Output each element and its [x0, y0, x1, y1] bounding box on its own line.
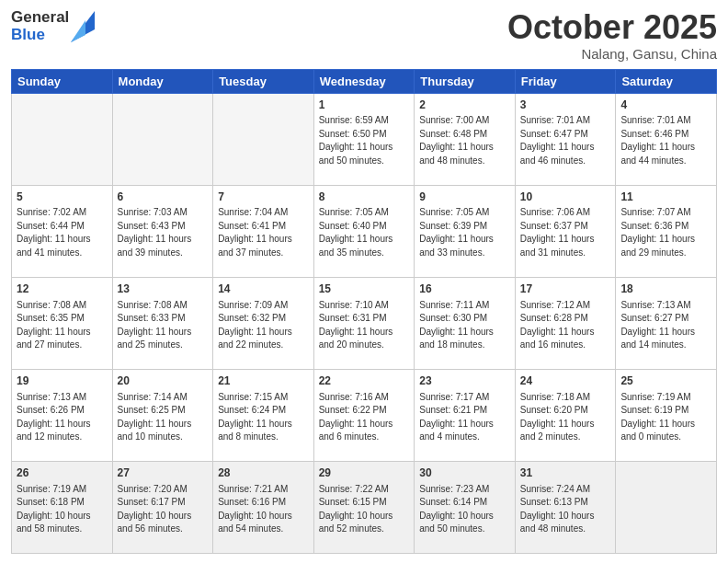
logo-icon: [71, 11, 95, 42]
calendar-cell: 11Sunrise: 7:07 AMSunset: 6:36 PMDayligh…: [616, 185, 717, 277]
header: General Blue October 2025 Nalang, Gansu,…: [11, 9, 717, 62]
cell-details: Sunrise: 7:03 AMSunset: 6:43 PMDaylight:…: [118, 206, 209, 259]
calendar-cell: 17Sunrise: 7:12 AMSunset: 6:28 PMDayligh…: [515, 277, 616, 369]
cell-details: Sunrise: 7:10 AMSunset: 6:31 PMDaylight:…: [319, 299, 410, 352]
calendar-cell: 29Sunrise: 7:22 AMSunset: 6:15 PMDayligh…: [313, 461, 415, 553]
day-number: 6: [118, 190, 209, 205]
day-number: 2: [419, 98, 510, 113]
cell-details: Sunrise: 7:13 AMSunset: 6:27 PMDaylight:…: [620, 299, 711, 352]
cell-details: Sunrise: 7:09 AMSunset: 6:32 PMDaylight:…: [218, 299, 309, 352]
calendar-cell: 10Sunrise: 7:06 AMSunset: 6:37 PMDayligh…: [515, 185, 616, 277]
logo-general: General: [11, 9, 69, 27]
calendar-cell: 30Sunrise: 7:23 AMSunset: 6:14 PMDayligh…: [415, 461, 516, 553]
calendar-cell: 8Sunrise: 7:05 AMSunset: 6:40 PMDaylight…: [313, 185, 415, 277]
calendar-cell: 4Sunrise: 7:01 AMSunset: 6:46 PMDaylight…: [616, 93, 717, 185]
calendar-cell: 22Sunrise: 7:16 AMSunset: 6:22 PMDayligh…: [313, 369, 415, 461]
day-number: 4: [620, 98, 711, 113]
weekday-header-wednesday: Wednesday: [313, 69, 415, 93]
calendar-cell: 9Sunrise: 7:05 AMSunset: 6:39 PMDaylight…: [415, 185, 516, 277]
calendar-cell: 24Sunrise: 7:18 AMSunset: 6:20 PMDayligh…: [515, 369, 616, 461]
day-number: 15: [319, 282, 410, 297]
day-number: 8: [319, 190, 410, 205]
day-number: 26: [17, 465, 108, 481]
calendar-cell: 21Sunrise: 7:15 AMSunset: 6:24 PMDayligh…: [213, 369, 314, 461]
day-number: 27: [118, 465, 209, 481]
location: Nalang, Gansu, China: [507, 46, 717, 62]
cell-details: Sunrise: 7:24 AMSunset: 6:13 PMDaylight:…: [520, 483, 611, 536]
day-number: 17: [520, 282, 611, 297]
logo-blue: Blue: [11, 27, 69, 44]
week-row-2: 5Sunrise: 7:02 AMSunset: 6:44 PMDaylight…: [12, 185, 717, 277]
cell-details: Sunrise: 7:04 AMSunset: 6:41 PMDaylight:…: [218, 206, 309, 259]
cell-details: Sunrise: 7:05 AMSunset: 6:39 PMDaylight:…: [419, 206, 510, 259]
cell-details: Sunrise: 7:06 AMSunset: 6:37 PMDaylight:…: [520, 206, 611, 259]
calendar-cell: 19Sunrise: 7:13 AMSunset: 6:26 PMDayligh…: [12, 369, 113, 461]
day-number: 11: [620, 190, 711, 205]
calendar-cell: 18Sunrise: 7:13 AMSunset: 6:27 PMDayligh…: [616, 277, 717, 369]
cell-details: Sunrise: 7:17 AMSunset: 6:21 PMDaylight:…: [419, 391, 510, 444]
title-block: October 2025 Nalang, Gansu, China: [507, 9, 717, 62]
cell-details: Sunrise: 7:21 AMSunset: 6:16 PMDaylight:…: [218, 483, 309, 536]
calendar-cell: 31Sunrise: 7:24 AMSunset: 6:13 PMDayligh…: [515, 461, 616, 553]
week-row-1: 1Sunrise: 6:59 AMSunset: 6:50 PMDaylight…: [12, 93, 717, 185]
calendar-cell: 26Sunrise: 7:19 AMSunset: 6:18 PMDayligh…: [12, 461, 113, 553]
cell-details: Sunrise: 7:02 AMSunset: 6:44 PMDaylight:…: [17, 206, 108, 259]
day-number: 24: [520, 373, 611, 389]
day-number: 10: [520, 190, 611, 205]
svg-marker-1: [71, 20, 85, 42]
weekday-header-monday: Monday: [112, 69, 213, 93]
cell-details: Sunrise: 7:20 AMSunset: 6:17 PMDaylight:…: [118, 483, 209, 536]
weekday-header-saturday: Saturday: [616, 69, 717, 93]
day-number: 31: [520, 465, 611, 481]
cell-details: Sunrise: 7:15 AMSunset: 6:24 PMDaylight:…: [218, 391, 309, 444]
day-number: 29: [319, 465, 410, 481]
day-number: 30: [419, 465, 510, 481]
calendar-cell: 28Sunrise: 7:21 AMSunset: 6:16 PMDayligh…: [213, 461, 314, 553]
cell-details: Sunrise: 7:13 AMSunset: 6:26 PMDaylight:…: [17, 391, 108, 444]
calendar-cell: [213, 93, 314, 185]
weekday-header-tuesday: Tuesday: [213, 69, 314, 93]
day-number: 22: [319, 373, 410, 389]
week-row-4: 19Sunrise: 7:13 AMSunset: 6:26 PMDayligh…: [12, 369, 717, 461]
month-title: October 2025: [507, 9, 717, 46]
cell-details: Sunrise: 7:05 AMSunset: 6:40 PMDaylight:…: [319, 206, 410, 259]
main-container: General Blue October 2025 Nalang, Gansu,…: [0, 0, 728, 563]
day-number: 23: [419, 373, 510, 389]
calendar-cell: 2Sunrise: 7:00 AMSunset: 6:48 PMDaylight…: [415, 93, 516, 185]
calendar-cell: 14Sunrise: 7:09 AMSunset: 6:32 PMDayligh…: [213, 277, 314, 369]
week-row-3: 12Sunrise: 7:08 AMSunset: 6:35 PMDayligh…: [12, 277, 717, 369]
cell-details: Sunrise: 7:18 AMSunset: 6:20 PMDaylight:…: [520, 391, 611, 444]
day-number: 18: [620, 282, 711, 297]
cell-details: Sunrise: 7:19 AMSunset: 6:19 PMDaylight:…: [620, 391, 711, 444]
day-number: 14: [218, 282, 309, 297]
cell-details: Sunrise: 7:12 AMSunset: 6:28 PMDaylight:…: [520, 299, 611, 352]
cell-details: Sunrise: 7:08 AMSunset: 6:35 PMDaylight:…: [17, 299, 108, 352]
cell-details: Sunrise: 7:01 AMSunset: 6:47 PMDaylight:…: [520, 114, 611, 167]
day-number: 12: [17, 282, 108, 297]
calendar-cell: 25Sunrise: 7:19 AMSunset: 6:19 PMDayligh…: [616, 369, 717, 461]
day-number: 16: [419, 282, 510, 297]
cell-details: Sunrise: 7:01 AMSunset: 6:46 PMDaylight:…: [620, 114, 711, 167]
day-number: 3: [520, 98, 611, 113]
calendar-cell: 15Sunrise: 7:10 AMSunset: 6:31 PMDayligh…: [313, 277, 415, 369]
calendar-table: SundayMondayTuesdayWednesdayThursdayFrid…: [11, 69, 717, 554]
calendar-cell: 12Sunrise: 7:08 AMSunset: 6:35 PMDayligh…: [12, 277, 113, 369]
calendar-cell: [112, 93, 213, 185]
weekday-header-friday: Friday: [515, 69, 616, 93]
weekday-header-sunday: Sunday: [12, 69, 113, 93]
calendar-cell: [12, 93, 113, 185]
calendar-cell: 20Sunrise: 7:14 AMSunset: 6:25 PMDayligh…: [112, 369, 213, 461]
cell-details: Sunrise: 7:14 AMSunset: 6:25 PMDaylight:…: [118, 391, 209, 444]
cell-details: Sunrise: 7:22 AMSunset: 6:15 PMDaylight:…: [319, 483, 410, 536]
calendar-cell: 3Sunrise: 7:01 AMSunset: 6:47 PMDaylight…: [515, 93, 616, 185]
day-number: 5: [17, 190, 108, 205]
cell-details: Sunrise: 6:59 AMSunset: 6:50 PMDaylight:…: [319, 114, 410, 167]
calendar-cell: 13Sunrise: 7:08 AMSunset: 6:33 PMDayligh…: [112, 277, 213, 369]
cell-details: Sunrise: 7:16 AMSunset: 6:22 PMDaylight:…: [319, 391, 410, 444]
cell-details: Sunrise: 7:07 AMSunset: 6:36 PMDaylight:…: [620, 206, 711, 259]
calendar-cell: 16Sunrise: 7:11 AMSunset: 6:30 PMDayligh…: [415, 277, 516, 369]
day-number: 7: [218, 190, 309, 205]
cell-details: Sunrise: 7:00 AMSunset: 6:48 PMDaylight:…: [419, 114, 510, 167]
logo: General Blue: [11, 9, 95, 43]
calendar-cell: 6Sunrise: 7:03 AMSunset: 6:43 PMDaylight…: [112, 185, 213, 277]
